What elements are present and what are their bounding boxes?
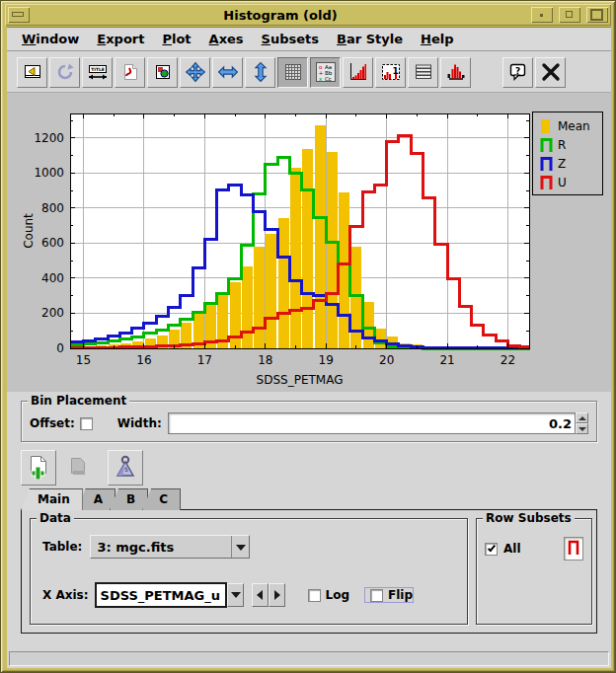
log-checkbox[interactable] [308, 589, 321, 602]
rescale-y-button[interactable] [245, 57, 275, 88]
menu-export[interactable]: Export [88, 30, 153, 48]
menu-bar-style[interactable]: Bar Style [328, 30, 412, 48]
bin-placement-title: Bin Placement [28, 394, 129, 408]
flip-checkbox[interactable] [370, 589, 383, 602]
menu-window[interactable]: Window [13, 30, 88, 48]
right-arrow-icon [274, 590, 280, 600]
data-group-title: Data [37, 511, 74, 525]
help-button[interactable]: ? [502, 57, 533, 88]
table-select[interactable]: 3: mgc.fits [90, 535, 250, 559]
bin-rows-button[interactable] [408, 57, 438, 88]
svg-text:200: 200 [41, 306, 64, 320]
svg-text:TITLE: TITLE [91, 67, 104, 72]
maximize-icon [566, 11, 573, 18]
svg-text:Count: Count [22, 213, 36, 249]
svg-text:20: 20 [379, 353, 394, 367]
width-label: Width: [117, 416, 162, 430]
svg-text:SDSS_PETMAG: SDSS_PETMAG [257, 373, 344, 387]
window-content: WindowExportPlotAxesSubsetsBar StyleHelp… [7, 27, 611, 668]
svg-text:22: 22 [500, 353, 515, 367]
width-spin-up-button[interactable] [576, 412, 588, 423]
svg-text:17: 17 [197, 353, 212, 367]
edit-title-icon: TITLE [88, 63, 108, 81]
xaxis-next-button[interactable] [269, 583, 285, 607]
normalise-button[interactable]: 1 [375, 57, 406, 88]
replot-button[interactable] [49, 57, 80, 88]
svg-text:Mean: Mean [558, 119, 590, 133]
legend-toggle-button[interactable]: oAa+BbxCc [310, 57, 341, 88]
svg-text:19: 19 [319, 353, 334, 367]
cumulative-icon [348, 62, 368, 82]
rescale-x-icon [218, 62, 238, 82]
print-window-button[interactable] [17, 57, 47, 88]
svg-text:21: 21 [439, 353, 454, 367]
menu-help[interactable]: Help [412, 30, 462, 48]
grid-toggle-icon [284, 63, 302, 81]
offset-checkbox[interactable] [80, 417, 93, 430]
legend-toggle-icon: oAa+BbxCc [316, 62, 336, 82]
iconify-icon [540, 14, 543, 17]
dataset-button-row: 5 [21, 450, 147, 486]
toolbar-spacer [473, 72, 502, 73]
close-window-button[interactable] [586, 7, 608, 23]
subset-style-button[interactable] [564, 537, 583, 561]
close-button[interactable] [535, 57, 566, 88]
add-dataset-button[interactable] [21, 450, 56, 486]
xaxis-input[interactable] [95, 582, 227, 608]
spinner-down-icon [578, 427, 586, 431]
print-window-icon [24, 63, 41, 81]
toolbar: TITLEoAa+BbxCc1? [7, 52, 611, 93]
window-menu-button[interactable] [8, 7, 30, 23]
tab-main[interactable]: Main [21, 488, 83, 510]
status-bar [9, 651, 609, 666]
menu-axes[interactable]: Axes [200, 30, 253, 48]
weight-mode-icon: 5 [113, 454, 138, 483]
svg-text:400: 400 [41, 271, 64, 285]
cumulative-button[interactable] [343, 57, 373, 88]
svg-text:Cc: Cc [325, 76, 332, 82]
window-menu-icon [12, 12, 24, 17]
remove-dataset-icon [65, 454, 91, 483]
iconify-button[interactable] [531, 7, 553, 23]
svg-text:+: + [318, 69, 323, 76]
data-group: Data Table: 3: mgc.fits X Axis: [30, 518, 468, 625]
spinner-up-icon [578, 416, 586, 420]
log-label: Log [326, 588, 349, 602]
svg-text:15: 15 [76, 353, 91, 367]
svg-text:1200: 1200 [34, 131, 64, 145]
edit-title-button[interactable]: TITLE [82, 57, 113, 88]
maximize-button[interactable] [559, 7, 580, 23]
export-image-icon [154, 63, 172, 81]
rescale-both-button[interactable] [180, 57, 210, 88]
xaxis-dropdown-button[interactable] [227, 583, 244, 607]
dropdown-arrow-icon [231, 592, 241, 598]
width-spin-down-button[interactable] [576, 423, 588, 434]
subset-row: All [485, 537, 583, 561]
svg-text:?: ? [514, 66, 519, 76]
subset-all-checkbox[interactable] [485, 543, 498, 556]
xaxis-prev-button[interactable] [252, 583, 269, 607]
svg-text:1: 1 [392, 66, 398, 76]
svg-text:0: 0 [56, 341, 64, 355]
window-titlebar: Histogram (old) [5, 4, 611, 26]
menu-bar: WindowExportPlotAxesSubsetsBar StyleHelp [7, 28, 611, 51]
row-subsets-title: Row Subsets [483, 511, 575, 525]
subset-label: All [503, 542, 521, 556]
split-view-button[interactable] [440, 57, 471, 88]
weight-mode-button[interactable]: 5 [108, 450, 143, 486]
dataset-tabs: MainABC [21, 488, 175, 510]
menu-subsets[interactable]: Subsets [253, 30, 328, 48]
table-dropdown-arrow-icon [231, 536, 249, 558]
grid-toggle-button[interactable] [277, 57, 308, 88]
svg-text:600: 600 [41, 236, 64, 250]
check-icon [488, 543, 496, 552]
main-tab-panel: Data Table: 3: mgc.fits X Axis: [21, 509, 597, 634]
export-pdf-button[interactable] [115, 57, 145, 88]
width-input[interactable] [168, 412, 576, 434]
rescale-x-button[interactable] [212, 57, 243, 88]
menu-plot[interactable]: Plot [153, 30, 199, 48]
svg-text:Z: Z [558, 157, 566, 171]
add-dataset-icon [26, 454, 51, 483]
export-image-button[interactable] [147, 57, 178, 88]
row-subsets-group: Row Subsets All [476, 518, 592, 625]
